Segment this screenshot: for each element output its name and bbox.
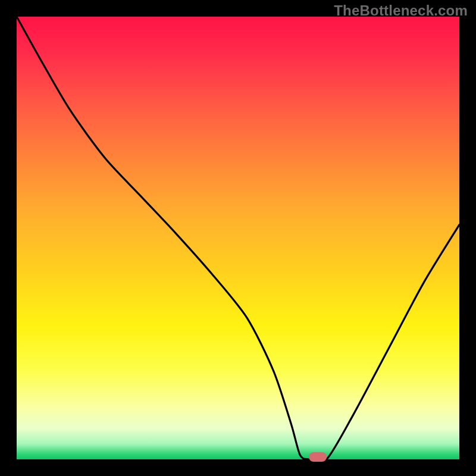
bottleneck-curve xyxy=(17,17,459,459)
watermark-text: TheBottleneck.com xyxy=(334,2,468,19)
curve-svg xyxy=(17,17,459,459)
plot-area xyxy=(17,17,459,459)
optimal-marker xyxy=(309,452,327,462)
chart-frame: TheBottleneck.com xyxy=(0,0,476,476)
